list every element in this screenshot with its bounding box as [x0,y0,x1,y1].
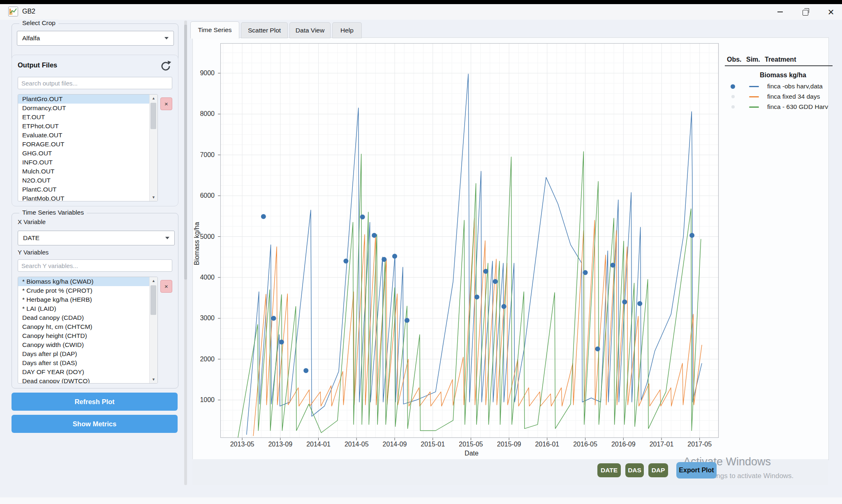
y-variable-item[interactable]: Dead canopy (DWTCO) [18,377,157,384]
output-file-item[interactable]: GHG.OUT [18,149,157,158]
legend-row: finca -obs harv,data [724,81,840,91]
x-tick-label: 2016-05 [567,441,604,448]
y-variable-item[interactable]: DAY OF YEAR (DOY) [18,368,157,377]
sim-line-icon [749,86,759,87]
clear-file-selection-button[interactable]: × [160,97,172,110]
maximize-button[interactable] [793,4,817,20]
y-variables-scrollbar[interactable]: ▲ ▼ [149,277,157,383]
y-variable-item[interactable]: Canopy height (CHTD) [18,331,157,340]
sim-line-icon [749,106,759,108]
output-files-title: Output Files [18,61,57,69]
close-icon: × [828,7,834,17]
tab-scatter-plot[interactable]: Scatter Plot [241,22,288,38]
x-tick-label: 2016-09 [605,441,642,448]
x-variable-value: DATE [18,234,165,242]
output-file-item[interactable]: ETPhot.OUT [18,122,157,131]
y-variable-item[interactable]: * Herbage kg/ha (HERB) [18,295,157,304]
scroll-down-icon[interactable]: ▼ [150,194,157,201]
obs-marker-icon [731,105,735,109]
output-file-item[interactable]: FORAGE.OUT [18,140,157,149]
sidebar-scrollbar[interactable] [184,21,187,485]
legend-entry-label: finca - 630 GDD Harv [767,103,828,111]
y-variable-item[interactable]: Days after pl (DAP) [18,349,157,358]
output-file-item[interactable]: PlantC.OUT [18,185,157,194]
das-toggle-button[interactable]: DAS [625,463,644,477]
y-tick-label: 3000 [181,314,215,322]
y-variables-label: Y Variables [18,249,49,256]
output-files-search-input[interactable] [18,77,172,89]
y-axis-label: Biomass kg/ha [193,222,201,265]
scroll-up-icon[interactable]: ▲ [150,95,157,102]
y-tick-label: 9000 [181,69,215,77]
legend-col-sim: Sim. [746,56,760,63]
scroll-up-icon[interactable]: ▲ [150,277,157,284]
show-metrics-button[interactable]: Show Metrics [12,415,178,433]
close-button[interactable]: × [819,4,842,20]
obs-marker-icon [731,95,735,98]
legend-group-title: Biomass kg/ha [760,72,806,79]
tab-help[interactable]: Help [332,22,362,38]
legend-entry-label: finca fixed 34 days [767,93,820,100]
chevron-down-icon [165,237,169,239]
time-series-variables-group: Time Series Variables X Variable DATE Y … [12,213,178,388]
titlebar [0,4,842,20]
output-file-item[interactable]: Dormancy.OUT [18,104,157,113]
y-variable-item[interactable]: * LAI (LAID) [18,304,157,313]
legend-row: finca fixed 34 days [724,92,840,102]
scroll-down-icon[interactable]: ▼ [150,376,157,383]
y-variable-item[interactable]: Canopy width (CWID) [18,340,157,349]
output-file-item[interactable]: PlantGro.OUT [18,95,157,104]
tab-data-view[interactable]: Data View [289,22,331,38]
minimize-icon [777,12,783,12]
y-variable-item[interactable]: Dead canopy (CDAD) [18,313,157,322]
output-file-item[interactable]: INFO.OUT [18,158,157,167]
output-files-list[interactable]: PlantGro.OUTDormancy.OUTET.OUTETPhot.OUT… [18,94,158,201]
output-file-item[interactable]: N2O.OUT [18,176,157,185]
time-series-variables-label: Time Series Variables [19,209,87,216]
output-files-scrollbar[interactable]: ▲ ▼ [149,95,157,201]
app-icon [8,7,18,16]
y-variable-item[interactable]: Canopy ht, cm (CHTCM) [18,322,157,331]
y-variable-item[interactable]: * Biomass kg/ha (CWAD) [18,277,157,286]
scrollbar-thumb[interactable] [150,103,156,129]
export-plot-button[interactable]: Export Plot [676,462,717,479]
refresh-icon[interactable] [159,60,172,73]
close-icon: × [164,283,168,290]
y-tick-label: 4000 [181,274,215,281]
refresh-plot-button[interactable]: Refresh Plot [12,393,178,411]
x-tick-label: 2015-09 [490,441,527,448]
y-variables-list[interactable]: * Biomass kg/ha (CWAD)* Crude prot % (CP… [18,277,158,384]
dap-toggle-button[interactable]: DAP [648,463,668,477]
crop-select[interactable]: Alfalfa [17,31,174,46]
y-variable-item[interactable]: * Crude prot % (CPROT) [18,286,157,295]
output-file-item[interactable]: PlantMob.OUT [18,194,157,201]
tab-time-series[interactable]: Time Series [190,21,239,39]
y-tick-label: 6000 [181,192,215,199]
date-toggle-button[interactable]: DATE [597,463,621,477]
legend-col-treatment: Treatment [765,56,796,63]
y-variables-search-input[interactable] [18,259,172,272]
x-variable-select[interactable]: DATE [18,231,175,245]
clear-variable-selection-button[interactable]: × [160,280,172,293]
output-file-item[interactable]: Mulch.OUT [18,167,157,176]
obs-marker-icon [731,84,735,89]
y-variable-item[interactable]: Days after st (DAS) [18,358,157,368]
sim-line-icon [749,96,759,97]
output-files-panel: Output Files PlantGro.OUTDormancy.OUTET.… [12,55,178,206]
x-tick-label: 2014-01 [300,441,337,448]
window-bottom-strip [0,497,842,504]
x-tick-label: 2013-05 [224,441,261,448]
x-tick-label: 2014-05 [338,441,375,448]
minimize-button[interactable] [768,4,792,20]
x-tick-label: 2016-01 [529,441,566,448]
output-file-item[interactable]: Evaluate.OUT [18,131,157,140]
legend-row: finca - 630 GDD Harv [724,102,840,112]
scrollbar-thumb[interactable] [150,285,156,315]
screen-top-strip [0,0,842,4]
output-file-item[interactable]: ET.OUT [18,113,157,122]
legend-col-obs: Obs. [727,56,742,63]
x-tick-label: 2017-05 [681,441,718,448]
y-tick-label: 1000 [181,396,215,404]
time-series-chart [218,43,721,444]
window-title: GB2 [22,8,35,15]
